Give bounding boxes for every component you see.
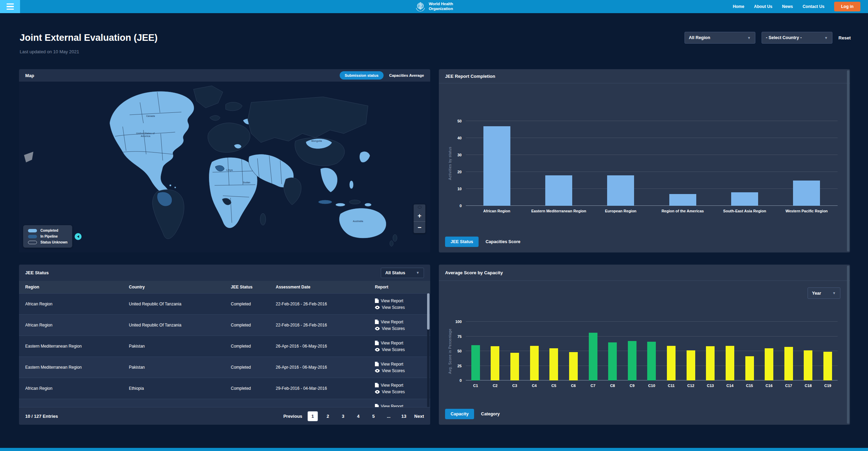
bar-C6[interactable] [569, 352, 578, 380]
bar-C9[interactable] [628, 341, 636, 380]
view-scores-link[interactable]: View Scores [375, 347, 424, 352]
bar-C4[interactable] [530, 346, 539, 380]
cell-report: View Report View Scores [375, 362, 424, 373]
document-icon [375, 383, 379, 387]
bar-European Region[interactable] [607, 175, 634, 206]
page-button[interactable]: 2 [323, 412, 333, 421]
view-report-link[interactable]: View Report [375, 362, 424, 367]
x-tick-label: C15 [740, 384, 760, 388]
tab-category[interactable]: Category [481, 412, 500, 416]
tab-jee-status[interactable]: JEE Status [445, 237, 479, 247]
bar-C5[interactable] [549, 348, 558, 381]
x-tick-label: Region of the Americas [652, 209, 714, 213]
bar-C8[interactable] [608, 342, 617, 381]
bar-C16[interactable] [765, 348, 773, 381]
cell-country: Pakistan [129, 365, 231, 370]
bar-C13[interactable] [706, 346, 715, 380]
view-report-link[interactable]: View Report [375, 341, 424, 346]
world-map[interactable]: Canada United States of America Mongolia… [19, 82, 430, 252]
x-tick-label: C12 [681, 384, 701, 388]
view-report-link[interactable]: View Report [375, 320, 424, 324]
bar-C1[interactable] [471, 345, 480, 380]
capacities-average-toggle[interactable]: Capacities Average [389, 73, 424, 77]
view-scores-link[interactable]: View Scores [375, 389, 424, 394]
map-reset-icon[interactable] [414, 204, 425, 210]
view-report-link[interactable]: View Report [375, 298, 424, 303]
bar-C3[interactable] [510, 353, 519, 380]
scrollbar[interactable] [847, 70, 849, 251]
table-row: African Region Ethiopia Completed 29-Feb… [19, 378, 430, 399]
capacity-chart-y-ticks: 0255075100 [442, 322, 466, 380]
document-icon [375, 320, 379, 324]
bar-C7[interactable] [589, 333, 597, 380]
bar-Western Pacific Region[interactable] [793, 181, 820, 206]
eye-icon [375, 327, 380, 330]
page-title: Joint External Evaluation (JEE) [20, 33, 158, 43]
view-scores-link[interactable]: View Scores [375, 326, 424, 331]
submission-status-toggle[interactable]: Submission status [340, 71, 384, 80]
map-legend: Completed In Pipeline Status Unknown [23, 225, 72, 248]
document-icon [375, 298, 379, 303]
bar-C12[interactable] [687, 350, 695, 380]
cell-region: African Region [25, 323, 129, 328]
bar-C17[interactable] [784, 347, 793, 380]
login-button[interactable]: Log in [834, 2, 860, 11]
view-scores-link[interactable]: View Scores [375, 305, 424, 310]
page-button[interactable]: 4 [353, 412, 363, 421]
report-card-header: JEE Report Completion [439, 69, 850, 83]
column-country: Country [129, 285, 231, 289]
table-footer: 10 / 127 Entries Previous 1 2 3 4 5 ... … [19, 407, 430, 425]
entries-count: 10 / 127 Entries [25, 414, 58, 419]
scrollbar-thumb[interactable] [427, 293, 430, 330]
bar-C18[interactable] [804, 350, 812, 380]
country-filter-dropdown[interactable]: - Select Country - ▼ [762, 32, 832, 44]
reset-filters-button[interactable]: Reset [839, 35, 851, 40]
cell-report: View Report View Scores [375, 341, 424, 352]
previous-page-button[interactable]: Previous [283, 414, 302, 419]
view-report-link[interactable]: View Report [375, 383, 424, 388]
bar-C14[interactable] [726, 346, 734, 380]
bar-C19[interactable] [823, 352, 832, 380]
legend-collapse-button[interactable] [75, 233, 82, 240]
view-scores-link[interactable]: View Scores [375, 368, 424, 373]
jee-report-completion-card: JEE Report Completion Activities by stat… [439, 69, 850, 252]
next-page-button[interactable]: Next [414, 414, 424, 419]
scrollbar[interactable] [847, 266, 849, 424]
table-card-title: JEE Status [25, 270, 49, 275]
nav-news[interactable]: News [782, 4, 793, 9]
cell-date: 26-Apr-2016 - 06-May-2016 [276, 344, 375, 349]
zoom-out-button[interactable]: − [414, 221, 425, 233]
zoom-in-button[interactable]: + [414, 210, 425, 221]
region-filter-dropdown[interactable]: All Region ▼ [685, 32, 755, 44]
tab-capacity[interactable]: Capacity [445, 409, 474, 419]
bar-C11[interactable] [667, 346, 676, 380]
hamburger-menu-button[interactable] [0, 0, 20, 13]
year-filter-dropdown[interactable]: Year ▼ [808, 287, 840, 299]
bar-Region of the Americas[interactable] [669, 194, 696, 206]
bar-C15[interactable] [745, 356, 754, 380]
column-region: Region [25, 285, 129, 289]
bar-African Region[interactable] [483, 126, 510, 206]
cell-date: 29-Feb-2016 - 04-Mar-2016 [276, 386, 375, 391]
page-button[interactable]: 3 [338, 412, 348, 421]
nav-contact-us[interactable]: Contact Us [803, 4, 824, 9]
tab-capacities-score[interactable]: Capacities Score [485, 239, 520, 244]
x-tick-label: C14 [720, 384, 740, 388]
pagination-ellipsis: ... [384, 412, 394, 421]
nav-about-us[interactable]: About Us [754, 4, 772, 9]
bar-C10[interactable] [647, 342, 656, 380]
page-button[interactable]: 13 [399, 412, 409, 421]
cell-status: Completed [231, 365, 276, 370]
page-button[interactable]: 5 [369, 412, 378, 421]
status-filter-dropdown[interactable]: All Status ▼ [381, 268, 424, 278]
completed-swatch [28, 229, 37, 232]
table-scrollbar[interactable] [427, 293, 430, 407]
who-logo[interactable]: World Health Organization [415, 1, 453, 12]
x-tick-label: C4 [525, 384, 544, 388]
bottom-accent-bar [0, 448, 868, 451]
nav-home[interactable]: Home [733, 4, 744, 9]
bar-C2[interactable] [491, 346, 499, 380]
bar-Eastern Mediterranean Region[interactable] [545, 175, 572, 206]
page-button[interactable]: 1 [308, 412, 318, 421]
bar-South-East Asia Region[interactable] [731, 192, 758, 206]
